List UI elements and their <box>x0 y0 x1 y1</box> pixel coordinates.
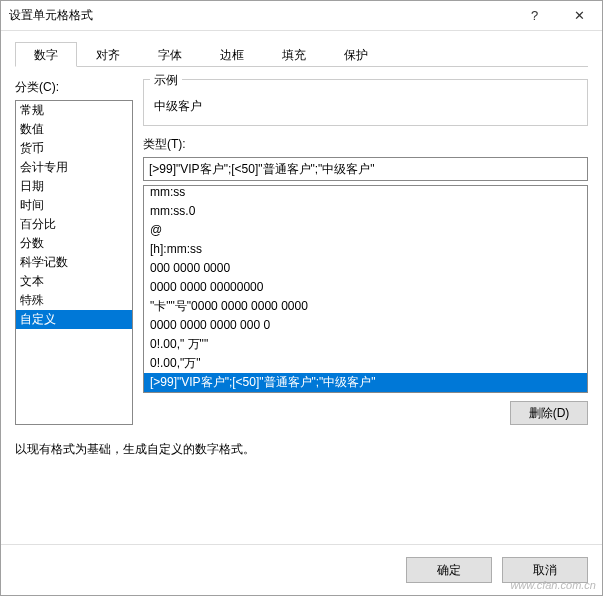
help-button[interactable]: ? <box>512 1 557 30</box>
dialog-content: 数字对齐字体边框填充保护 分类(C): 常规数值货币会计专用日期时间百分比分数科… <box>1 31 602 544</box>
sample-label: 示例 <box>150 72 182 89</box>
tab-2[interactable]: 字体 <box>139 42 201 67</box>
type-item[interactable]: 0!.00,"万" <box>144 354 587 373</box>
delete-button[interactable]: 删除(D) <box>510 401 588 425</box>
delete-row: 删除(D) <box>143 401 588 425</box>
type-item[interactable]: mm:ss.0 <box>144 202 587 221</box>
tab-3[interactable]: 边框 <box>201 42 263 67</box>
type-label: 类型(T): <box>143 136 588 153</box>
watermark: www.cfan.com.cn <box>510 579 596 591</box>
tab-body: 分类(C): 常规数值货币会计专用日期时间百分比分数科学记数文本特殊自定义 示例… <box>15 67 588 530</box>
titlebar-buttons: ? ✕ <box>512 1 602 30</box>
category-item[interactable]: 特殊 <box>16 291 132 310</box>
tab-4[interactable]: 填充 <box>263 42 325 67</box>
category-item[interactable]: 常规 <box>16 101 132 120</box>
category-column: 分类(C): 常规数值货币会计专用日期时间百分比分数科学记数文本特殊自定义 <box>15 79 133 425</box>
category-label: 分类(C): <box>15 79 133 96</box>
type-item[interactable]: 000 0000 0000 <box>144 259 587 278</box>
tab-0[interactable]: 数字 <box>15 42 77 67</box>
category-item[interactable]: 自定义 <box>16 310 132 329</box>
tab-bar: 数字对齐字体边框填充保护 <box>15 41 588 67</box>
ok-button[interactable]: 确定 <box>406 557 492 583</box>
category-list[interactable]: 常规数值货币会计专用日期时间百分比分数科学记数文本特殊自定义 <box>15 100 133 425</box>
category-item[interactable]: 文本 <box>16 272 132 291</box>
dialog-title: 设置单元格格式 <box>9 7 512 24</box>
category-item[interactable]: 分数 <box>16 234 132 253</box>
type-item[interactable]: "卡""号"0000 0000 0000 0000 <box>144 297 587 316</box>
tab-5[interactable]: 保护 <box>325 42 387 67</box>
description-text: 以现有格式为基础，生成自定义的数字格式。 <box>15 441 588 458</box>
type-item[interactable]: 0000 0000 0000 000 0 <box>144 316 587 335</box>
format-cells-dialog: 设置单元格格式 ? ✕ 数字对齐字体边框填充保护 分类(C): 常规数值货币会计… <box>0 0 603 596</box>
category-item[interactable]: 数值 <box>16 120 132 139</box>
main-row: 分类(C): 常规数值货币会计专用日期时间百分比分数科学记数文本特殊自定义 示例… <box>15 79 588 425</box>
type-item[interactable]: 0000 0000 00000000 <box>144 278 587 297</box>
type-item[interactable]: [>99]"VIP客户";[<50]"普通客户";"中级客户" <box>144 373 587 392</box>
titlebar: 设置单元格格式 ? ✕ <box>1 1 602 31</box>
type-item[interactable]: mm:ss <box>144 185 587 202</box>
type-list[interactable]: mm:ssmm:ss.0@[h]:mm:ss000 0000 00000000 … <box>143 185 588 393</box>
close-button[interactable]: ✕ <box>557 1 602 30</box>
type-item[interactable]: 0!.00," 万"" <box>144 335 587 354</box>
category-item[interactable]: 百分比 <box>16 215 132 234</box>
sample-value: 中级客户 <box>154 98 577 115</box>
category-item[interactable]: 日期 <box>16 177 132 196</box>
type-item[interactable]: [h]:mm:ss <box>144 240 587 259</box>
category-item[interactable]: 货币 <box>16 139 132 158</box>
category-item[interactable]: 时间 <box>16 196 132 215</box>
tab-1[interactable]: 对齐 <box>77 42 139 67</box>
category-item[interactable]: 科学记数 <box>16 253 132 272</box>
sample-box: 示例 中级客户 <box>143 79 588 126</box>
category-item[interactable]: 会计专用 <box>16 158 132 177</box>
type-item[interactable]: @ <box>144 221 587 240</box>
right-column: 示例 中级客户 类型(T): mm:ssmm:ss.0@[h]:mm:ss000… <box>143 79 588 425</box>
type-input[interactable] <box>143 157 588 181</box>
